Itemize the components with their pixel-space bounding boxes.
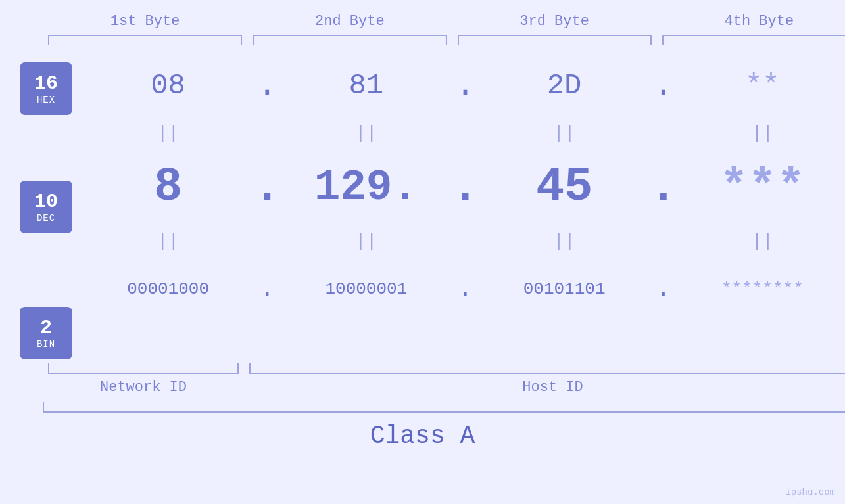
equals-row2: || || || || [85,223,845,260]
eq1-b1: || [85,123,251,143]
hex-b1: 08 [85,69,251,102]
bin-values-row: 00001000 . 10000001 . 00101101 . *******… [85,260,845,319]
main-container: 1st Byte 2nd Byte 3rd Byte 4th Byte 16 H… [0,0,845,504]
dec-sep3: . [647,162,680,214]
bracket-network-id [48,363,239,374]
hex-b4: ** [680,69,845,102]
dec-badge-num: 10 [34,191,58,213]
hex-badge: 16 HEX [20,62,72,115]
hex-b3: 2D [482,69,647,102]
bracket-byte2 [253,35,447,45]
bin-badge: 2 BIN [20,307,72,359]
eq1-b2: || [283,123,448,143]
dec-b1: 8 [85,160,251,214]
hex-badge-num: 16 [34,73,58,95]
bin-badge-num: 2 [40,317,52,339]
eq2-b2: || [283,231,448,252]
bracket-byte3 [458,35,652,45]
dec-b2: 129. [283,163,448,212]
bin-b1: 00001000 [85,279,251,299]
bin-b4: ******** [680,279,845,299]
byte1-label: 1st Byte [43,13,247,35]
dec-b4: *** [680,160,845,214]
hex-sep3: . [647,67,680,104]
hex-b2: 81 [283,69,448,102]
dec-b3: 45 [482,160,647,214]
dec-values-row: 8 . 129. . 45 . *** [85,151,845,223]
hex-sep2: . [449,67,482,104]
dec-badge: 10 DEC [20,181,72,233]
eq2-b1: || [85,231,251,252]
bin-sep2: . [449,276,482,303]
dec-sep2: . [449,162,482,214]
network-id-label: Network ID [43,379,244,396]
bin-b3: 00101101 [482,279,647,299]
bin-badge-label: BIN [37,339,55,350]
class-label: Class A [0,422,845,450]
eq1-b3: || [482,123,647,143]
bracket-host-id [249,363,845,374]
eq2-b3: || [482,231,647,252]
data-grid: 08 . 81 . 2D . ** || || || || 8 . [85,56,845,319]
bin-sep1: . [251,276,283,303]
bin-b2: 10000001 [283,279,448,299]
equals-row1: || || || || [85,115,845,151]
bracket-byte4 [662,35,845,45]
hex-sep1: . [251,67,283,104]
byte3-label: 3rd Byte [452,13,657,35]
bracket-byte1 [48,35,242,45]
bin-sep3: . [647,276,680,303]
hex-values-row: 08 . 81 . 2D . ** [85,56,845,115]
dec-sep1: . [251,162,283,214]
byte2-label: 2nd Byte [247,13,452,35]
dec-badge-label: DEC [37,213,55,223]
eq1-b4: || [680,123,845,143]
byte4-label: 4th Byte [657,13,845,35]
badges-column: 16 HEX 10 DEC 2 BIN [0,56,85,359]
watermark: ipshu.com [785,487,835,497]
eq2-b4: || [680,231,845,252]
hex-badge-label: HEX [37,95,55,105]
outer-bracket [43,402,845,413]
host-id-label: Host ID [244,379,845,396]
content-area: 16 HEX 10 DEC 2 BIN 08 . 81 . 2D [0,56,845,359]
